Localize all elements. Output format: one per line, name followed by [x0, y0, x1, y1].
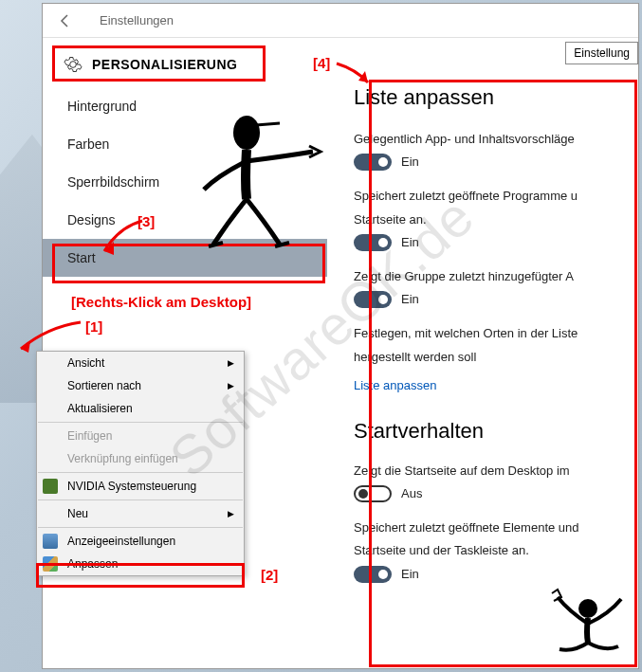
nav-sperrbildschirm[interactable]: Sperrbildschirm — [43, 163, 327, 201]
nav-start[interactable]: Start — [43, 239, 327, 277]
personalize-icon — [43, 556, 58, 572]
setting-label: Startseite an. — [354, 211, 638, 228]
separator — [38, 422, 243, 423]
ctx-aktualisieren[interactable]: Aktualisieren — [37, 397, 244, 420]
title-tag: Einstellung — [565, 42, 638, 64]
toggle-recent-programs[interactable] — [354, 234, 392, 251]
toggle-recent-group[interactable] — [354, 291, 392, 308]
ctx-verknuepfung: Verknüpfung einfügen — [37, 447, 244, 470]
toggle-state: Aus — [401, 485, 422, 502]
link-liste-anpassen[interactable]: Liste anpassen — [354, 377, 436, 394]
setting-label: Festlegen, mit welchen Orten in der List… — [354, 325, 638, 342]
toggle-state: Ein — [401, 154, 419, 171]
desktop-context-menu: Ansicht▶ Sortieren nach▶ Aktualisieren E… — [36, 351, 245, 576]
ctx-nvidia[interactable]: NVIDIA Systemsteuerung — [37, 475, 244, 498]
toggle-suggestions[interactable] — [354, 154, 392, 171]
toggle-state: Ein — [401, 566, 419, 583]
main-panel: Liste anpassen Gelegentlich App- und Inh… — [327, 38, 638, 668]
setting-label: Startseite und der Taskleiste an. — [354, 542, 638, 559]
setting-label: Gelegentlich App- und Inhaltsvorschläge — [354, 131, 638, 148]
arrow-left-icon — [57, 12, 74, 29]
ctx-ansicht[interactable]: Ansicht▶ — [37, 352, 244, 374]
back-button[interactable] — [54, 9, 77, 32]
chevron-right-icon: ▶ — [228, 381, 234, 390]
window-title: Einstellungen — [100, 13, 174, 27]
nvidia-icon — [43, 479, 58, 494]
ctx-neu[interactable]: Neu▶ — [37, 502, 244, 525]
section-title: PERSONALISIERUNG — [92, 57, 237, 72]
heading-liste: Liste anpassen — [354, 85, 638, 110]
ctx-anzeige[interactable]: Anzeigeeinstellungen — [37, 530, 244, 553]
section-header: PERSONALISIERUNG — [43, 47, 327, 87]
ctx-sortieren[interactable]: Sortieren nach▶ — [37, 374, 244, 397]
toggle-start-desktop[interactable] — [354, 485, 392, 502]
toggle-recent-items[interactable] — [354, 566, 392, 583]
setting-label: hergestellt werden soll — [354, 349, 638, 366]
separator — [38, 527, 243, 528]
setting-label: Zeigt die Startseite auf dem Desktop im — [354, 463, 638, 480]
toggle-state: Ein — [401, 291, 419, 308]
gear-icon — [64, 55, 83, 74]
separator — [38, 499, 243, 500]
setting-label: Speichert zuletzt geöffnete Programme u — [354, 188, 638, 205]
separator — [38, 472, 243, 473]
chevron-right-icon: ▶ — [228, 358, 234, 368]
heading-startverhalten: Startverhalten — [354, 419, 638, 444]
setting-label: Zeigt die Gruppe zuletzt hinzugefügter A — [354, 268, 638, 285]
ctx-einfuegen: Einfügen — [37, 425, 244, 447]
ctx-anpassen[interactable]: Anpassen — [37, 553, 244, 575]
chevron-right-icon: ▶ — [228, 509, 234, 518]
nav-farben[interactable]: Farben — [43, 125, 327, 163]
toggle-state: Ein — [401, 234, 419, 251]
nav-hintergrund[interactable]: Hintergrund — [43, 87, 327, 125]
titlebar: Einstellungen — [43, 4, 638, 38]
nav-designs[interactable]: Designs — [43, 201, 327, 239]
display-icon — [43, 534, 58, 549]
setting-label: Speichert zuletzt geöffnete Elemente und — [354, 519, 638, 536]
